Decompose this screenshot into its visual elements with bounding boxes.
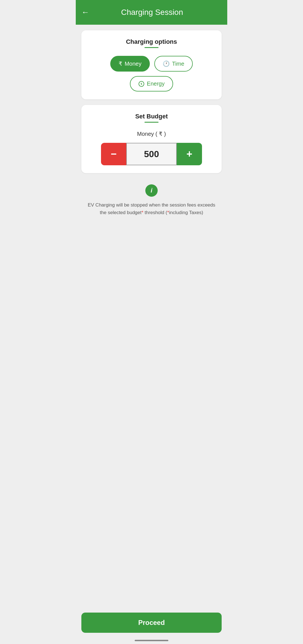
page-title: Charging Session bbox=[94, 8, 210, 17]
info-icon: i bbox=[145, 184, 158, 197]
options-row-bottom: Energy bbox=[88, 76, 215, 91]
info-section: i EV Charging will be stopped when the s… bbox=[81, 179, 222, 222]
title-underline bbox=[144, 47, 159, 48]
budget-title-underline bbox=[144, 122, 159, 123]
decrement-button[interactable]: − bbox=[101, 143, 126, 165]
budget-controls: − 500 + bbox=[88, 143, 215, 165]
rupee-icon: ₹ bbox=[119, 60, 122, 67]
back-button[interactable]: ← bbox=[81, 8, 89, 16]
option-money-label: Money bbox=[125, 61, 141, 67]
option-energy-label: Energy bbox=[147, 81, 164, 87]
info-text: EV Charging will be stopped when the ses… bbox=[86, 201, 217, 216]
increment-button[interactable]: + bbox=[177, 143, 202, 165]
option-time-label: Time bbox=[172, 61, 184, 67]
main-content: Charging options ₹ Money 🕐 Time bbox=[76, 25, 227, 250]
charging-options-card: Charging options ₹ Money 🕐 Time bbox=[81, 30, 222, 99]
budget-label: Money ( ₹ ) bbox=[88, 130, 215, 137]
charging-options-title: Charging options bbox=[88, 38, 215, 45]
set-budget-card: Set Budget Money ( ₹ ) − 500 + bbox=[81, 105, 222, 173]
info-text-part2: threshold ( bbox=[143, 210, 167, 215]
budget-value-display: 500 bbox=[126, 143, 177, 165]
options-row-top: ₹ Money 🕐 Time bbox=[88, 56, 215, 72]
info-asterisk1: * bbox=[141, 210, 143, 215]
option-money-button[interactable]: ₹ Money bbox=[110, 56, 150, 72]
app-header: ← Charging Session bbox=[76, 0, 227, 25]
option-energy-button[interactable]: Energy bbox=[130, 76, 173, 91]
set-budget-title: Set Budget bbox=[88, 113, 215, 120]
energy-icon bbox=[138, 81, 144, 87]
bottom-nav-bar bbox=[135, 640, 168, 641]
info-text-part3: including Taxes) bbox=[169, 210, 203, 215]
clock-icon: 🕐 bbox=[163, 60, 170, 67]
proceed-button[interactable]: Proceed bbox=[81, 613, 222, 633]
option-time-button[interactable]: 🕐 Time bbox=[154, 56, 193, 72]
info-asterisk2: * bbox=[167, 210, 169, 215]
